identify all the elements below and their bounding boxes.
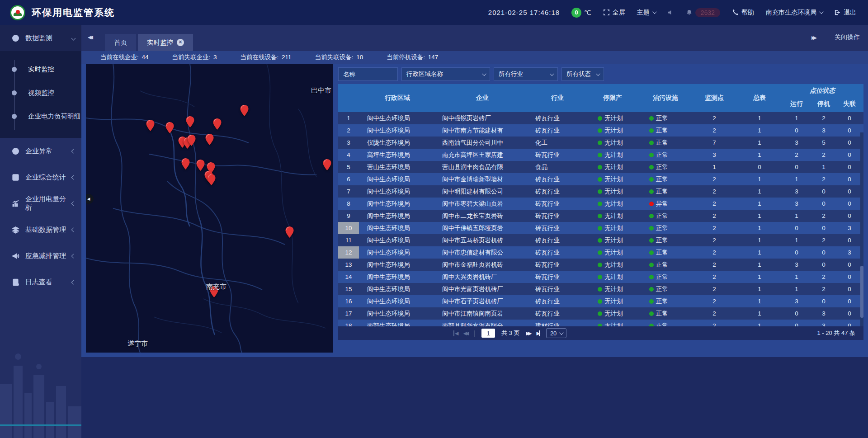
table-row[interactable]: 17阆中生态环境局阆中市江南镇阆南页岩砖瓦行业无计划正常21030 xyxy=(338,307,863,320)
status-dot-icon xyxy=(598,177,602,182)
map-pin-icon[interactable] xyxy=(181,158,190,170)
last-page-icon[interactable]: ▶ xyxy=(536,330,539,336)
logout-button[interactable]: 退出 xyxy=(834,9,856,17)
table-row[interactable]: 6阆中生态环境局阆中市金博瑞新型墙材砖瓦行业无计划正常21120 xyxy=(338,173,863,185)
status-dot-icon xyxy=(649,214,654,218)
map-pin-icon[interactable] xyxy=(146,120,155,131)
map-pin-icon[interactable] xyxy=(240,105,249,116)
table-row[interactable]: 15阆中生态环境局阆中市光富页岩机砖厂砖瓦行业无计划正常21120 xyxy=(338,283,863,295)
row-run-count: 1 xyxy=(782,237,811,244)
tab-home[interactable]: 首页 xyxy=(105,34,136,51)
help-button[interactable]: 帮助 xyxy=(732,9,754,17)
table-row[interactable]: 8阆中生态环境局阆中市枣碧大梁山页岩砖瓦行业无计划异常21300 xyxy=(338,198,863,210)
close-tab-icon[interactable]: × xyxy=(177,39,184,46)
table-row[interactable]: 2阆中生态环境局阆中市南方节能建材有砖瓦行业无计划正常21030 xyxy=(338,124,863,137)
speaker-muted-icon[interactable] xyxy=(667,9,674,16)
chevron-down-icon xyxy=(550,71,554,76)
status-dot-icon xyxy=(649,177,654,182)
row-company: 阆中市江南镇阆南页岩 xyxy=(436,310,529,318)
row-run-count: 3 xyxy=(782,261,811,268)
sidebar-item-composite[interactable]: 企业综合统计 xyxy=(0,164,81,190)
row-region: 阆中生态环境局 xyxy=(359,175,436,184)
sidebar-subitem-active[interactable]: 实时监控 xyxy=(0,57,81,81)
page-number-input[interactable] xyxy=(481,329,495,338)
map-pin-icon[interactable] xyxy=(213,118,222,130)
table-row[interactable]: 7阆中生态环境局阆中明阳建材有限公司砖瓦行业无计划正常21300 xyxy=(338,185,863,198)
row-stop-count: 2 xyxy=(811,237,836,244)
row-lost-count: 0 xyxy=(836,273,863,280)
sidebar-subitem-item[interactable]: 企业电力负荷明细 xyxy=(0,104,81,128)
close-operations-button[interactable]: 关闭操作 xyxy=(835,33,860,42)
row-monitor-count: 2 xyxy=(692,273,737,280)
sidebar-item-power[interactable]: 企业用电量分析 xyxy=(0,190,81,217)
layers-icon xyxy=(12,226,19,234)
map-pin-icon[interactable] xyxy=(323,159,331,170)
row-region: 阆中生态环境局 xyxy=(359,285,436,293)
row-region: 南部生态环境局 xyxy=(359,322,436,327)
table-row[interactable]: 5营山生态环境局营山县润丰肉食品有限食品无计划正常10010 xyxy=(338,161,863,173)
table-row[interactable]: 1阆中生态环境局阆中强锐页岩砖厂砖瓦行业无计划正常21120 xyxy=(338,112,863,124)
table-row[interactable]: 12阆中生态环境局阆中市忠信建材有限公砖瓦行业无计划正常21003 xyxy=(338,246,863,259)
map-pin-icon[interactable] xyxy=(207,174,216,185)
table-row[interactable]: 9阆中生态环境局阆中市二龙长宝页岩砖砖瓦行业无计划正常21120 xyxy=(338,210,863,222)
fullscreen-button[interactable]: 全屏 xyxy=(603,9,625,17)
sidebar-item-label: 企业用电量分析 xyxy=(25,195,72,212)
stat-item: 当前失联企业: 3 xyxy=(172,53,217,61)
row-index: 10 xyxy=(338,222,359,234)
table-row[interactable]: 4高坪生态环境局南充市高坪区王家店建砖瓦行业无计划正常31220 xyxy=(338,149,863,161)
first-page-icon[interactable]: ◀ xyxy=(453,330,457,336)
table-row[interactable]: 18南部生态环境局南部县科华水泥有限分建材行业无计划正常21030 xyxy=(338,320,863,326)
map-pin-icon[interactable] xyxy=(205,134,214,145)
map-pin-icon[interactable] xyxy=(187,135,196,146)
tabs-scroll-right-icon[interactable]: ▶▶ xyxy=(811,35,815,41)
row-industry: 砖瓦行业 xyxy=(529,200,586,208)
table-row[interactable]: 13阆中生态环境局阆中市金福旺页岩机砖砖瓦行业无计划正常21300 xyxy=(338,259,863,271)
map-pin-icon[interactable] xyxy=(165,122,174,133)
row-region: 营山生态环境局 xyxy=(359,163,436,171)
chevron-left-icon xyxy=(71,254,76,258)
row-run-count: 0 xyxy=(782,310,811,317)
row-region: 阆中生态环境局 xyxy=(359,273,436,281)
row-facility-status: 正常 xyxy=(639,175,692,184)
region-select[interactable]: 行政区域名称 xyxy=(401,67,490,81)
table-row[interactable]: 10阆中生态环境局阆中千佛镇五郎垭页岩砖瓦行业无计划正常21003 xyxy=(338,222,863,234)
page-size-select[interactable]: 20 xyxy=(546,328,566,338)
table-row[interactable]: 14阆中生态环境局阆中大兴页岩机砖厂砖瓦行业无计划正常21120 xyxy=(338,271,863,283)
tabs-scroll-left-icon[interactable]: ◀◀ xyxy=(88,34,91,40)
notifications[interactable]: 2632 xyxy=(686,8,720,17)
industry-select[interactable]: 所有行业 xyxy=(494,67,558,81)
row-company: 阆中市光富页岩机砖厂 xyxy=(436,285,529,293)
row-stop-count: 0 xyxy=(811,225,836,231)
row-run-count: 1 xyxy=(782,176,811,183)
content: 巴中市南充市遂宁市 ◀ 行政区域名称 所有行业 所有状态 行政区域 xyxy=(81,64,868,357)
table-body: 1阆中生态环境局阆中强锐页岩砖厂砖瓦行业无计划正常211202阆中生态环境局阆中… xyxy=(338,112,863,326)
sidebar-item-alert[interactable]: 企业异常 xyxy=(0,138,81,164)
status-dot-icon xyxy=(598,238,602,243)
prev-page-icon[interactable]: ◀◀ xyxy=(463,330,467,336)
table-scrollbar-thumb[interactable] xyxy=(860,266,863,318)
theme-dropdown[interactable]: 主题 xyxy=(637,9,656,17)
map-pin-icon[interactable] xyxy=(196,160,205,171)
sidebar-item-data-monitor[interactable]: 数据监测 xyxy=(0,25,81,51)
status-dot-icon xyxy=(598,165,602,170)
name-search-input[interactable] xyxy=(338,67,398,81)
sidebar-subitem-item[interactable]: 视频监控 xyxy=(0,81,81,104)
chevron-left-icon xyxy=(71,149,76,153)
map-pin-icon[interactable] xyxy=(285,226,294,238)
row-region: 阆中生态环境局 xyxy=(359,212,436,220)
table-row[interactable]: 11阆中生态环境局阆中市五马桥页岩机砖砖瓦行业无计划正常21120 xyxy=(338,234,863,246)
page: 环保用电监管系统 2021-02-25 17:46:18 0 ℃ 全屏 主题 2… xyxy=(0,0,868,438)
row-facility-status: 正常 xyxy=(639,261,692,269)
sidebar-item-emergency[interactable]: 应急减排管理 xyxy=(0,243,81,269)
row-run-count: 3 xyxy=(782,139,811,146)
sidebar-item-basedata[interactable]: 基础数据管理 xyxy=(0,217,81,243)
map[interactable]: 巴中市南充市遂宁市 ◀ xyxy=(86,64,333,353)
tab-realtime-monitor[interactable]: 实时监控 × xyxy=(138,34,193,51)
map-pin-icon[interactable] xyxy=(186,116,194,127)
row-index: 1 xyxy=(338,112,359,124)
org-dropdown[interactable]: 南充市生态环境局 xyxy=(766,9,822,17)
table-row[interactable]: 3仪陇生态环境局西南油气田分公司川中化工无计划正常71350 xyxy=(338,137,863,149)
next-page-icon[interactable]: ▶▶ xyxy=(526,330,530,336)
status-select[interactable]: 所有状态 xyxy=(561,67,604,81)
table-row[interactable]: 16阆中生态环境局阆中市石子页岩机砖厂砖瓦行业无计划正常21300 xyxy=(338,295,863,307)
